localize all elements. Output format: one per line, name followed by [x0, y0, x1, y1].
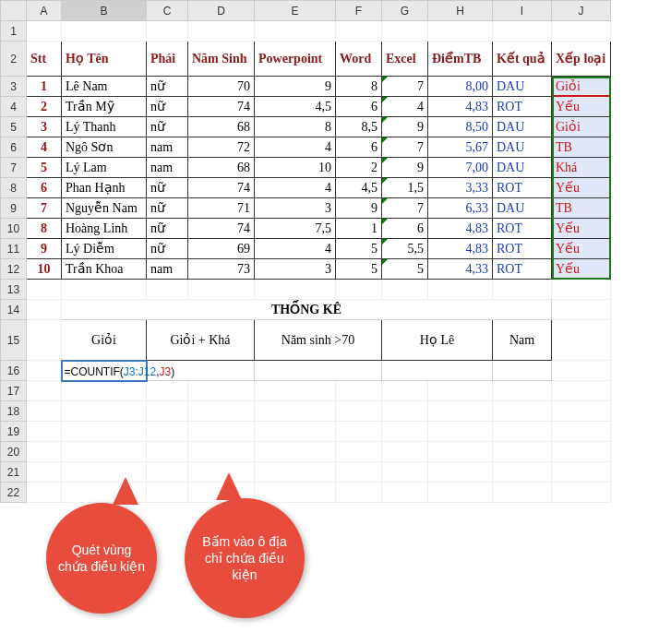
cell-hoten[interactable]: Trần Khoa [62, 259, 147, 280]
cell-namsinh[interactable]: 69 [188, 239, 255, 259]
cell-hoten[interactable]: Hoàng Linh [62, 219, 147, 239]
cell-stt[interactable]: 4 [27, 137, 62, 158]
cell-hoten[interactable]: Lý Diễm [62, 239, 147, 259]
cell-diemtb[interactable]: 5,67 [428, 137, 493, 158]
cell-word[interactable]: 6 [336, 97, 382, 117]
formula-cell-B16[interactable]: =COUNTIF(J3:J12,J3) [62, 361, 147, 381]
cell-namsinh[interactable]: 68 [188, 117, 255, 137]
cell-namsinh[interactable]: 71 [188, 198, 255, 219]
col-E[interactable]: E [255, 1, 336, 21]
cell-ketqua[interactable]: DAU [493, 77, 552, 97]
cell-ketqua[interactable]: ROT [493, 239, 552, 259]
cell-diemtb[interactable]: 8,00 [428, 77, 493, 97]
cell-ketqua[interactable]: ROT [493, 97, 552, 117]
cell-hoten[interactable]: Phan Hạnh [62, 178, 147, 198]
cell-word[interactable]: 1 [336, 219, 382, 239]
cell-namsinh[interactable]: 68 [188, 158, 255, 178]
cell-pp[interactable]: 4 [255, 137, 336, 158]
rowhdr-1[interactable]: 1 [1, 21, 27, 42]
cell-excel[interactable]: 5 [382, 259, 428, 280]
cell-phai[interactable]: nữ [147, 178, 188, 198]
cell-diemtb[interactable]: 4,83 [428, 239, 493, 259]
rowhdr-4[interactable]: 4 [1, 97, 27, 117]
cell-pp[interactable]: 3 [255, 198, 336, 219]
cell-stt[interactable]: 2 [27, 97, 62, 117]
cell-ketqua[interactable]: DAU [493, 117, 552, 137]
cell-ketqua[interactable]: DAU [493, 137, 552, 158]
cell-hoten[interactable]: Lý Lam [62, 158, 147, 178]
hdr-diemtb[interactable]: ĐiểmTB [428, 42, 493, 77]
cell-excel[interactable]: 9 [382, 117, 428, 137]
cell-xeploai[interactable]: TB [552, 198, 611, 219]
cell-xeploai[interactable]: Khá [552, 158, 611, 178]
cell-ketqua[interactable]: DAU [493, 158, 552, 178]
cell-diemtb[interactable]: 8,50 [428, 117, 493, 137]
cell-xeploai[interactable]: Giỏi [552, 117, 611, 137]
rowhdr-12[interactable]: 12 [1, 259, 27, 280]
cell-xeploai[interactable]: Giỏi [552, 77, 611, 97]
rowhdr-16[interactable]: 16 [1, 361, 27, 381]
cell-word[interactable]: 8,5 [336, 117, 382, 137]
rowhdr-13[interactable]: 13 [1, 280, 27, 300]
cell-namsinh[interactable]: 74 [188, 97, 255, 117]
rowhdr-3[interactable]: 3 [1, 77, 27, 97]
cell-xeploai[interactable]: Yếu [552, 97, 611, 117]
cell-namsinh[interactable]: 74 [188, 219, 255, 239]
cell-diemtb[interactable]: 6,33 [428, 198, 493, 219]
rowhdr-10[interactable]: 10 [1, 219, 27, 239]
cell-phai[interactable]: nữ [147, 77, 188, 97]
hdr-word[interactable]: Word [336, 42, 382, 77]
hdr-phai[interactable]: Phái [147, 42, 188, 77]
col-F[interactable]: F [336, 1, 382, 21]
cell-excel[interactable]: 1,5 [382, 178, 428, 198]
cell-ketqua[interactable]: ROT [493, 259, 552, 280]
cell-pp[interactable]: 10 [255, 158, 336, 178]
cell-excel[interactable]: 7 [382, 137, 428, 158]
cell-hoten[interactable]: Lý Thanh [62, 117, 147, 137]
col-H[interactable]: H [428, 1, 493, 21]
cell-ketqua[interactable]: DAU [493, 198, 552, 219]
cell-phai[interactable]: nam [147, 259, 188, 280]
cell-hoten[interactable]: Trần Mỹ [62, 97, 147, 117]
cell-ketqua[interactable]: ROT [493, 219, 552, 239]
cell-phai[interactable]: nữ [147, 198, 188, 219]
cell-pp[interactable]: 9 [255, 77, 336, 97]
cell-stt[interactable]: 7 [27, 198, 62, 219]
cell-stt[interactable]: 3 [27, 117, 62, 137]
cell-word[interactable]: 5 [336, 239, 382, 259]
rowhdr-14[interactable]: 14 [1, 300, 27, 320]
rowhdr-22[interactable]: 22 [1, 483, 27, 503]
corner-cell[interactable] [1, 1, 27, 21]
cell-pp[interactable]: 4,5 [255, 97, 336, 117]
cell-pp[interactable]: 4 [255, 239, 336, 259]
rowhdr-19[interactable]: 19 [1, 422, 27, 442]
cell-namsinh[interactable]: 70 [188, 77, 255, 97]
cell-word[interactable]: 8 [336, 77, 382, 97]
cell-excel[interactable]: 7 [382, 198, 428, 219]
cell-stt[interactable]: 10 [27, 259, 62, 280]
cell-xeploai[interactable]: TB [552, 137, 611, 158]
tk-namsinh70[interactable]: Năm sinh >70 [255, 320, 382, 361]
rowhdr-9[interactable]: 9 [1, 198, 27, 219]
col-A[interactable]: A [27, 1, 62, 21]
cell-phai[interactable]: nữ [147, 97, 188, 117]
cell-diemtb[interactable]: 4,83 [428, 97, 493, 117]
rowhdr-2[interactable]: 2 [1, 42, 27, 77]
cell-diemtb[interactable]: 7,00 [428, 158, 493, 178]
col-G[interactable]: G [382, 1, 428, 21]
hdr-excel[interactable]: Excel [382, 42, 428, 77]
cell-pp[interactable]: 4 [255, 178, 336, 198]
col-I[interactable]: I [493, 1, 552, 21]
cell-diemtb[interactable]: 3,33 [428, 178, 493, 198]
tk-gioi[interactable]: Giỏi [62, 320, 147, 361]
cell-namsinh[interactable]: 72 [188, 137, 255, 158]
rowhdr-17[interactable]: 17 [1, 381, 27, 401]
cell-stt[interactable]: 9 [27, 239, 62, 259]
cell-pp[interactable]: 3 [255, 259, 336, 280]
rowhdr-15[interactable]: 15 [1, 320, 27, 361]
cell-word[interactable]: 6 [336, 137, 382, 158]
cell-diemtb[interactable]: 4,33 [428, 259, 493, 280]
cell-hoten[interactable]: Nguyễn Nam [62, 198, 147, 219]
cell-xeploai[interactable]: Yếu [552, 239, 611, 259]
cell-xeploai[interactable]: Yếu [552, 219, 611, 239]
